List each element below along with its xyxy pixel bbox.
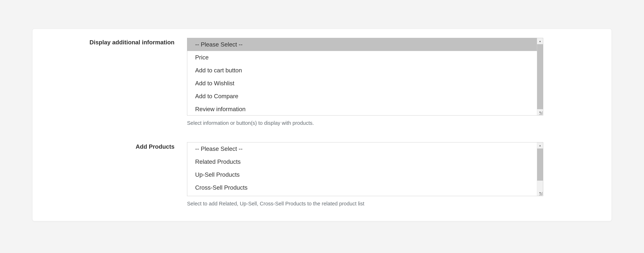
scroll-up-button[interactable]: ▲ <box>537 142 543 149</box>
triangle-down-icon: ▼ <box>539 191 542 194</box>
label-col: Display additional information <box>86 38 187 46</box>
listbox-items: -- Please Select -- Price Add to cart bu… <box>187 38 537 115</box>
listbox-option-price[interactable]: Price <box>187 51 537 64</box>
listbox-option-please-select[interactable]: -- Please Select -- <box>187 142 537 155</box>
scroll-down-button[interactable]: ▼ <box>537 109 543 115</box>
field-display-additional-info: Display additional information -- Please… <box>86 38 543 126</box>
triangle-up-icon: ▲ <box>539 40 542 42</box>
listbox-option-upsell-products[interactable]: Up-Sell Products <box>187 168 537 181</box>
field-label-add-products: Add Products <box>136 143 174 150</box>
field-help-display-additional-info: Select information or button(s) to displ… <box>187 120 543 126</box>
control-col: -- Please Select -- Related Products Up-… <box>187 142 543 207</box>
config-panel: Display additional information -- Please… <box>32 29 612 221</box>
listbox-option-add-to-cart[interactable]: Add to cart button <box>187 64 537 77</box>
display-additional-info-listbox[interactable]: -- Please Select -- Price Add to cart bu… <box>187 38 543 115</box>
label-col: Add Products <box>86 142 187 150</box>
listbox-option-crosssell-products[interactable]: Cross-Sell Products <box>187 181 537 194</box>
field-help-add-products: Select to add Related, Up-Sell, Cross-Se… <box>187 201 543 207</box>
scrollbar[interactable]: ▲ ▼ <box>537 142 543 196</box>
scrollbar-thumb[interactable] <box>537 149 543 181</box>
triangle-down-icon: ▼ <box>539 111 542 114</box>
listbox-option-add-to-wishlist[interactable]: Add to Wishlist <box>187 77 537 90</box>
listbox-option-please-select[interactable]: -- Please Select -- <box>187 38 537 51</box>
triangle-up-icon: ▲ <box>539 144 542 147</box>
scrollbar-track[interactable] <box>537 149 543 190</box>
scroll-down-button[interactable]: ▼ <box>537 190 543 196</box>
scrollbar-thumb[interactable] <box>537 44 543 109</box>
field-label-display-additional-info: Display additional information <box>90 39 174 46</box>
control-col: -- Please Select -- Price Add to cart bu… <box>187 38 543 126</box>
listbox-option-add-to-compare[interactable]: Add to Compare <box>187 90 537 103</box>
listbox-option-review-info[interactable]: Review information <box>187 103 537 115</box>
listbox-option-related-products[interactable]: Related Products <box>187 155 537 168</box>
page-root: Display additional information -- Please… <box>0 0 644 221</box>
listbox-items: -- Please Select -- Related Products Up-… <box>187 142 537 196</box>
field-add-products: Add Products -- Please Select -- Related… <box>86 142 543 207</box>
scrollbar[interactable]: ▲ ▼ <box>537 38 543 115</box>
add-products-listbox[interactable]: -- Please Select -- Related Products Up-… <box>187 142 543 196</box>
scrollbar-track[interactable] <box>537 44 543 109</box>
scroll-up-button[interactable]: ▲ <box>537 38 543 44</box>
